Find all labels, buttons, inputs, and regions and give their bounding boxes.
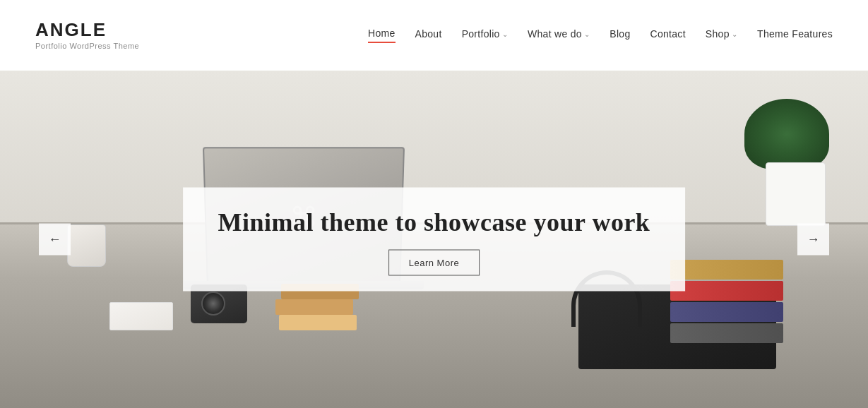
what-we-do-dropdown-icon: ⌄ (584, 30, 590, 38)
plant-pot (766, 162, 826, 226)
nav-item-contact[interactable]: Contact (650, 28, 686, 42)
header: ANGLE Portfolio WordPress Theme Home Abo… (0, 0, 868, 71)
logo: ANGLE Portfolio WordPress Theme (35, 20, 139, 50)
nav-item-home[interactable]: Home (368, 28, 396, 43)
mug (67, 224, 106, 267)
phone-box (109, 302, 173, 330)
main-nav: Home About Portfolio ⌄ What we do ⌄ Blog… (368, 28, 833, 43)
nav-item-shop[interactable]: Shop ⌄ (706, 28, 737, 42)
book-right-3 (670, 302, 783, 322)
nav-item-what-we-do[interactable]: What we do ⌄ (528, 28, 590, 42)
portfolio-dropdown-icon: ⌄ (502, 30, 508, 38)
book-1 (279, 315, 357, 330)
plant-leaves (744, 99, 829, 169)
nav-item-blog[interactable]: Blog (610, 28, 630, 42)
prev-slide-button[interactable]: ← (39, 224, 71, 256)
hero-title: Minimal theme to showcase your work (218, 208, 650, 237)
hero-section: ← Minimal theme to showcase your work Le… (0, 71, 868, 408)
nav-item-about[interactable]: About (415, 28, 442, 42)
book-right-2 (670, 281, 783, 301)
nav-item-portfolio[interactable]: Portfolio ⌄ (462, 28, 508, 42)
logo-title: ANGLE (35, 20, 139, 39)
hero-content: Minimal theme to showcase your work Lear… (183, 188, 686, 292)
book-2 (275, 299, 353, 315)
book-right-1 (670, 260, 783, 280)
shop-dropdown-icon: ⌄ (732, 30, 737, 38)
book-right-4 (670, 323, 783, 343)
next-slide-button[interactable]: → (797, 224, 829, 256)
logo-subtitle: Portfolio WordPress Theme (35, 42, 139, 50)
nav-item-theme-features[interactable]: Theme Features (757, 28, 833, 42)
hero-text-box: Minimal theme to showcase your work Lear… (183, 188, 686, 292)
hero-learn-more-button[interactable]: Learn More (388, 250, 480, 276)
